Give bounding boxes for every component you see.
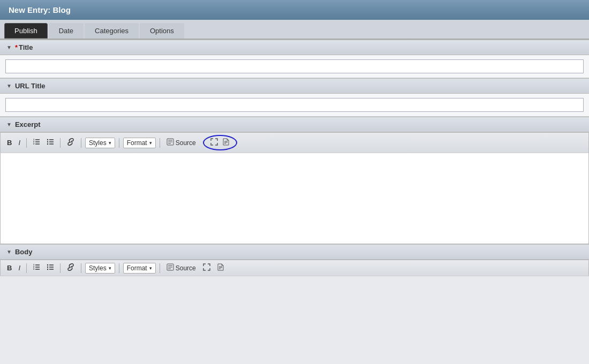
tab-bar: Publish Date Categories Options: [0, 20, 589, 40]
excerpt-toolbar-sep4: [119, 138, 119, 148]
excerpt-styles-dropdown[interactable]: Styles ▾: [85, 138, 115, 148]
excerpt-doc-button[interactable]: [220, 137, 232, 148]
excerpt-toolbar-sep1: [26, 138, 27, 148]
tab-publish[interactable]: Publish: [4, 23, 48, 39]
excerpt-link-button[interactable]: [64, 137, 77, 148]
title-label: Title: [19, 43, 33, 51]
body-unordered-list-button[interactable]: [44, 262, 56, 274]
body-styles-label: Styles: [89, 264, 107, 272]
url-title-collapse-arrow[interactable]: ▼: [6, 83, 12, 89]
excerpt-format-arrow: ▾: [149, 140, 152, 146]
body-format-arrow: ▾: [149, 266, 152, 271]
body-source-label: Source: [176, 264, 196, 272]
excerpt-styles-label: Styles: [89, 139, 107, 147]
body-toolbar-sep4: [119, 263, 119, 273]
body-collapse-arrow[interactable]: ▼: [6, 249, 12, 255]
url-title-section-header: ▼ URL Title: [0, 78, 589, 94]
body-styles-dropdown[interactable]: Styles ▾: [85, 263, 115, 274]
body-toolbar: B I 1 2 3: [0, 260, 589, 276]
title-field-container: [0, 55, 589, 78]
body-italic-button[interactable]: I: [16, 263, 22, 273]
url-title-field-container: [0, 94, 589, 117]
body-section: ▼ Body B I 1 2 3: [0, 244, 589, 276]
excerpt-toolbar-sep5: [160, 138, 160, 148]
excerpt-toolbar-sep3: [81, 138, 81, 148]
ordered-list-icon: 1 2 3: [33, 138, 40, 146]
excerpt-editor-body[interactable]: [0, 153, 589, 244]
excerpt-italic-button[interactable]: I: [16, 138, 22, 148]
excerpt-styles-arrow: ▾: [109, 140, 111, 146]
svg-text:3: 3: [33, 142, 35, 145]
excerpt-section-header: ▼ Excerpt: [0, 117, 589, 132]
body-toolbar-sep5: [160, 263, 160, 273]
body-format-dropdown[interactable]: Format ▾: [123, 263, 156, 274]
unordered-list-icon: [47, 138, 54, 146]
excerpt-label: Excerpt: [15, 120, 41, 128]
body-doc-button[interactable]: [215, 262, 226, 274]
body-styles-arrow: ▾: [109, 266, 111, 271]
excerpt-section: ▼ Excerpt B I 1 2 3: [0, 117, 589, 244]
svg-text:3: 3: [33, 268, 35, 270]
body-bold-button[interactable]: B: [5, 263, 14, 273]
excerpt-format-dropdown[interactable]: Format ▾: [123, 138, 156, 148]
url-title-input[interactable]: [5, 98, 584, 112]
body-format-label: Format: [127, 264, 147, 272]
excerpt-collapse-arrow[interactable]: ▼: [6, 122, 12, 127]
body-source-button[interactable]: Source: [164, 262, 199, 274]
excerpt-bold-button[interactable]: B: [5, 138, 14, 148]
body-toolbar-sep1: [26, 263, 27, 273]
svg-point-10: [47, 141, 48, 142]
title-collapse-arrow[interactable]: ▼: [6, 44, 12, 50]
excerpt-source-button[interactable]: Source: [164, 137, 199, 148]
body-unordered-list-icon: [47, 263, 54, 271]
excerpt-toolbar-sep2: [60, 138, 61, 148]
excerpt-toolbar: B I 1 2 3: [0, 132, 589, 153]
title-section-header: ▼ * Title: [0, 40, 589, 55]
tab-date[interactable]: Date: [49, 23, 84, 39]
body-toolbar-sep2: [60, 263, 61, 273]
body-source-icon: [167, 263, 174, 272]
link-icon: [66, 138, 75, 146]
svg-point-9: [47, 139, 48, 140]
body-link-icon: [66, 263, 75, 271]
body-ordered-list-button[interactable]: 1 2 3: [31, 262, 42, 274]
title-input[interactable]: [5, 59, 584, 73]
svg-point-30: [47, 269, 48, 270]
excerpt-source-label: Source: [176, 139, 196, 147]
title-section: ▼ * Title: [0, 40, 589, 78]
url-title-section: ▼ URL Title: [0, 78, 589, 117]
excerpt-format-label: Format: [127, 139, 147, 147]
svg-point-28: [47, 264, 48, 266]
excerpt-fullscreen-button[interactable]: [208, 137, 220, 148]
excerpt-ordered-list-button[interactable]: 1 2 3: [31, 137, 42, 148]
main-content: ▼ * Title ▼ URL Title ▼ Excerpt B I: [0, 40, 589, 276]
tab-options[interactable]: Options: [140, 23, 184, 39]
body-toolbar-sep3: [81, 263, 81, 273]
body-ordered-list-icon: 1 2 3: [33, 263, 40, 271]
body-section-header: ▼ Body: [0, 244, 589, 260]
url-title-label: URL Title: [15, 82, 46, 90]
title-bar-text: New Entry: Blog: [9, 5, 71, 14]
title-bar: New Entry: Blog: [0, 0, 589, 20]
excerpt-circle-highlight: [203, 135, 237, 150]
svg-point-11: [47, 143, 48, 145]
svg-point-29: [47, 267, 48, 268]
body-fullscreen-button[interactable]: [201, 262, 213, 274]
tab-categories[interactable]: Categories: [85, 23, 139, 39]
body-label: Body: [15, 248, 33, 256]
body-link-button[interactable]: [64, 262, 77, 274]
excerpt-unordered-list-button[interactable]: [44, 137, 56, 148]
excerpt-source-icon: [167, 138, 174, 147]
